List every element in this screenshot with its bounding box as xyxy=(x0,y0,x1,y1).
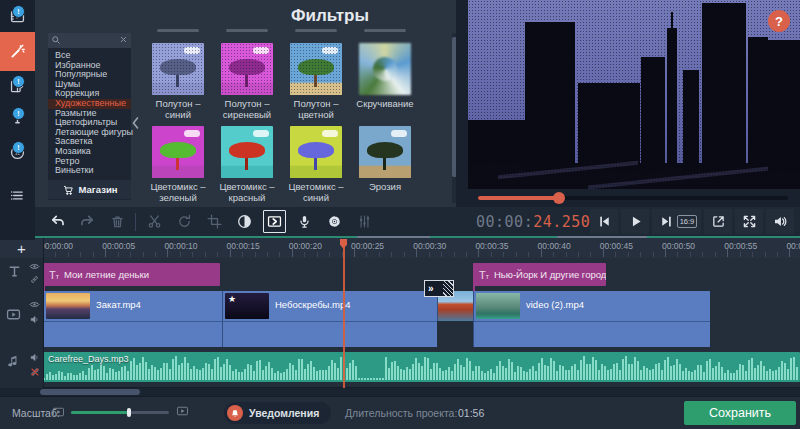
color-adjustments-button[interactable] xyxy=(229,207,259,236)
title-clip[interactable]: TтНью-Йорк И другие города. xyxy=(473,263,606,286)
filter-star-badge: ★ xyxy=(228,294,236,304)
seek-handle[interactable] xyxy=(553,192,565,204)
video-clip[interactable]: Закат.mp4 xyxy=(43,291,222,347)
filter-label: Полутон – синий xyxy=(144,98,212,120)
link-broken-icon[interactable] xyxy=(29,366,41,378)
undo-button[interactable] xyxy=(42,207,72,236)
clipped-label-above xyxy=(157,29,199,32)
video-clip[interactable]: video (2).mp4 xyxy=(473,291,710,347)
timeline: 00:00:0000:00:0500:00:1000:00:1500:00:20… xyxy=(0,238,800,396)
category-list: ВсеИзбранноеПопулярныеШумыКоррекцияХудож… xyxy=(48,51,131,176)
playhead-line[interactable] xyxy=(343,240,345,388)
cut-button[interactable] xyxy=(139,207,169,236)
ruler-tick xyxy=(391,252,392,257)
rotate-button[interactable] xyxy=(169,207,199,236)
filter-item[interactable]: Цветомикс – красный xyxy=(213,126,281,203)
video-clip[interactable]: ★Небоскребы.mp4 xyxy=(222,291,437,347)
timeline-scrollbar[interactable] xyxy=(0,388,800,396)
ruler-label: 00:01:00 xyxy=(786,241,800,251)
ruler-label: 00:00:00 xyxy=(40,241,73,251)
link-icon[interactable] xyxy=(29,274,40,285)
help-button[interactable]: ? xyxy=(768,10,790,32)
microphone-icon xyxy=(296,213,313,230)
fullscreen-button[interactable] xyxy=(735,209,763,234)
cloud-shape xyxy=(184,47,200,54)
notification-badge: ! xyxy=(12,141,25,154)
seek-bar[interactable] xyxy=(478,196,788,200)
title-clip[interactable]: TтМои летние деньки xyxy=(43,263,220,286)
store-button[interactable]: Магазин xyxy=(48,180,131,199)
crop-button[interactable] xyxy=(199,207,229,236)
volume-button[interactable] xyxy=(766,209,794,234)
filter-thumbnail xyxy=(359,43,411,95)
filter-item[interactable]: Цветомикс – синий xyxy=(282,126,350,203)
redo-button[interactable] xyxy=(72,207,102,236)
large-clip-icon xyxy=(176,406,189,416)
redo-icon xyxy=(79,213,96,230)
clipped-label-above xyxy=(295,29,337,32)
play-icon xyxy=(627,213,644,230)
detach-icon xyxy=(710,213,727,230)
title-clip-label: Нью-Йорк И другие города. xyxy=(494,269,606,280)
speaker-icon[interactable] xyxy=(29,314,40,325)
trash-icon xyxy=(109,213,126,230)
sidebar-item-import-media[interactable]: ! xyxy=(0,2,35,30)
filter-thumbnail xyxy=(221,43,273,95)
filter-item[interactable]: Эрозия xyxy=(351,126,419,192)
aspect-ratio-button[interactable]: 16:9 xyxy=(673,209,701,234)
store-label: Магазин xyxy=(79,184,118,195)
record-audio-button[interactable] xyxy=(289,207,319,236)
filter-item[interactable]: Полутон – цветной xyxy=(282,43,350,120)
video-clip-name: Закат.mp4 xyxy=(96,299,141,310)
film-split-icon: ! xyxy=(9,78,26,95)
filter-item[interactable]: Полутон – синий xyxy=(144,43,212,120)
ruler-tick xyxy=(130,252,131,257)
seek-progress xyxy=(478,196,559,200)
time-ruler[interactable]: 00:00:0000:00:0500:00:1000:00:1500:00:20… xyxy=(0,238,800,259)
bell-icon xyxy=(227,405,243,421)
tree-shape xyxy=(160,59,196,75)
add-track-button[interactable]: + xyxy=(0,238,44,258)
audio-levels-button[interactable] xyxy=(349,207,379,236)
clipped-label-above xyxy=(226,29,268,32)
video-track-icon xyxy=(5,306,22,323)
cloud-shape xyxy=(253,130,269,137)
sidebar-item-more-tools[interactable] xyxy=(0,181,35,209)
close-icon[interactable] xyxy=(119,35,128,44)
previous-frame-button[interactable] xyxy=(590,209,618,234)
collapse-panel-button[interactable] xyxy=(131,110,141,136)
audio-clip[interactable]: Carefree_Days.mp3 xyxy=(43,352,800,382)
app-window: !!!! Фильтры ВсеИзбранноеПопулярныеШумыК… xyxy=(0,0,800,429)
eye-icon[interactable] xyxy=(29,262,40,271)
ruler-label: 00:00:50 xyxy=(662,241,695,251)
filter-item[interactable]: Скручивание xyxy=(351,43,419,109)
clip-properties-button[interactable] xyxy=(319,207,349,236)
speaker-icon[interactable] xyxy=(29,352,40,363)
filter-item[interactable]: Полутон – сиреневый xyxy=(213,43,281,120)
play-button[interactable] xyxy=(621,209,649,234)
sidebar-item-filters[interactable] xyxy=(0,32,35,71)
save-button[interactable]: Сохранить xyxy=(684,401,796,425)
slide-transition-button[interactable] xyxy=(259,207,289,236)
sidebar-item-transitions[interactable]: ! xyxy=(0,72,35,100)
gear-icon xyxy=(326,213,343,230)
detach-player-button[interactable] xyxy=(704,209,732,234)
filter-thumbnail xyxy=(359,126,411,178)
crop-icon xyxy=(206,213,223,230)
timeline-zoom-slider[interactable] xyxy=(71,411,169,414)
filter-item[interactable]: Цветомикс – зеленый xyxy=(144,126,212,203)
sidebar-item-stickers[interactable]: ! xyxy=(0,136,35,169)
eye-icon[interactable] xyxy=(29,300,40,309)
project-duration-value: 01:56 xyxy=(458,407,484,419)
search-input[interactable] xyxy=(48,33,131,48)
sidebar-item-titles[interactable]: ! xyxy=(0,103,35,134)
notifications-button[interactable]: Уведомления xyxy=(224,402,331,424)
transition-clip[interactable]: » xyxy=(424,280,454,297)
category-item[interactable]: Виньетки xyxy=(48,166,131,176)
music-note-icon xyxy=(8,354,21,369)
ruler-tick xyxy=(55,252,56,257)
ruler-tick xyxy=(578,252,579,257)
tree-shape xyxy=(367,142,403,158)
notification-badge: ! xyxy=(12,107,25,120)
delete-button[interactable] xyxy=(102,207,132,236)
